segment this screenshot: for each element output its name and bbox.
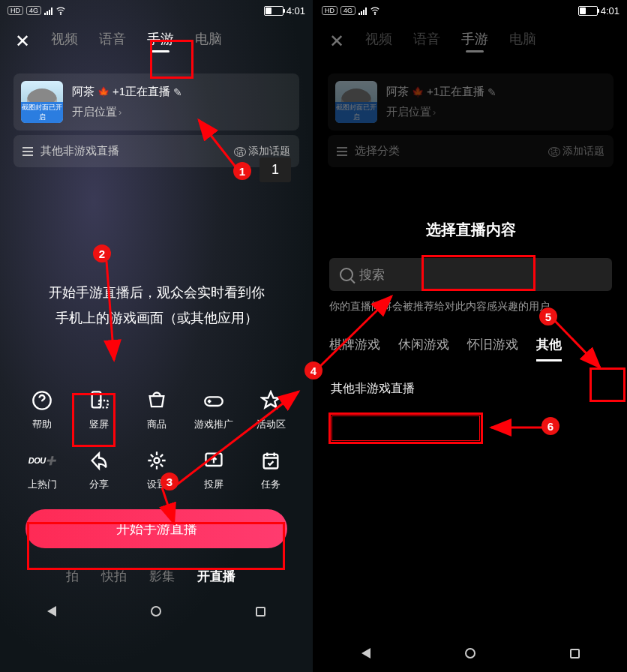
sheet-title: 选择直播内容 [314, 220, 627, 240]
clock: 4:01 [286, 5, 305, 16]
status-bar: HD 4G 4:01 [314, 0, 627, 21]
header: ✕ 视频 语音 手游 电脑 [314, 21, 627, 62]
tab-mobile-game[interactable]: 手游 [147, 30, 174, 52]
android-nav [0, 592, 313, 630]
search-icon [340, 268, 353, 281]
nav-back-icon[interactable] [362, 648, 370, 658]
start-live-button[interactable]: 开始手游直播 [26, 509, 287, 548]
close-icon[interactable]: ✕ [15, 31, 30, 52]
signal-icon [358, 6, 367, 15]
stream-title[interactable]: 阿茶🍁+1正在直播 ✎ [386, 85, 606, 99]
nav-home-icon[interactable] [465, 648, 476, 658]
signal-icon [44, 6, 52, 15]
cast-icon [202, 449, 225, 472]
tool-cast[interactable]: 投屏 [190, 449, 238, 491]
stream-info-card: 截图封面已开启 阿茶🍁+1正在直播 ✎ 开启位置› [14, 74, 299, 130]
screen-right: HD 4G 4:01 ✕ 视频 语音 手游 电脑 截图封面已开启 [314, 0, 627, 672]
nav-home-icon[interactable] [151, 606, 161, 616]
cat-retro[interactable]: 怀旧游戏 [467, 336, 518, 359]
android-nav [314, 634, 627, 672]
category-row[interactable]: 选择分类 话添加话题 [328, 135, 614, 167]
net-badge: 4G [26, 6, 41, 15]
tool-help[interactable]: 帮助 [18, 389, 66, 431]
tool-activity[interactable]: 活动区 [247, 389, 295, 431]
cat-other[interactable]: 其他 [536, 336, 562, 362]
btab-kuaipai[interactable]: 快拍 [101, 568, 127, 585]
help-icon [31, 389, 53, 412]
tool-shop[interactable]: 商品 [133, 389, 181, 431]
btab-suipai[interactable]: 拍 [66, 568, 79, 585]
tool-game-promo[interactable]: 游戏推广 [190, 389, 238, 431]
cat-casual[interactable]: 休闲游戏 [398, 336, 449, 359]
svg-rect-2 [92, 392, 101, 408]
tab-bar: 视频 语音 手游 电脑 [51, 30, 222, 52]
nav-recent-icon[interactable] [256, 607, 266, 616]
hint-text: 开始手游直播后，观众会实时看到你 手机上的游戏画面（或其他应用） [22, 280, 290, 331]
edit-icon[interactable]: ✎ [173, 86, 182, 98]
close-icon[interactable]: ✕ [329, 31, 344, 52]
open-location[interactable]: 开启位置› [386, 105, 606, 119]
category-row[interactable]: 其他非游戏直播 话添加话题 [14, 135, 299, 167]
cat-board[interactable]: 棋牌游戏 [329, 336, 380, 359]
tab-pc[interactable]: 电脑 [195, 30, 222, 52]
shop-icon [146, 389, 168, 412]
stream-title[interactable]: 阿茶🍁+1正在直播 ✎ [72, 85, 292, 99]
gamepad-icon [202, 389, 225, 412]
category-tabs: 棋牌游戏 休闲游戏 怀旧游戏 其他 [314, 336, 627, 362]
svg-rect-7 [264, 454, 278, 469]
tab-mobile-game[interactable]: 手游 [461, 30, 488, 52]
tool-tasks[interactable]: 任务 [247, 449, 295, 491]
other-non-game-link[interactable]: 其他非游戏直播 [331, 381, 415, 397]
battery-icon [578, 6, 598, 16]
avatar[interactable]: 截图封面已开启 [335, 81, 377, 123]
tab-video[interactable]: 视频 [51, 30, 78, 52]
tab-bar: 视频 语音 手游 电脑 [365, 30, 536, 52]
svg-point-8 [374, 14, 375, 14]
tool-hot[interactable]: DOU➕上热门 [18, 449, 66, 491]
add-topic[interactable]: 话添加话题 [548, 145, 604, 158]
maple-icon: 🍁 [98, 86, 110, 98]
btab-live[interactable]: 开直播 [197, 568, 236, 585]
tab-voice[interactable]: 语音 [413, 30, 440, 52]
bottom-tabs: 拍 快拍 影集 开直播 [0, 554, 313, 592]
btab-album[interactable]: 影集 [149, 568, 175, 585]
maple-icon: 🍁 [412, 86, 424, 98]
calendar-icon [260, 449, 282, 472]
dou-icon: DOU➕ [31, 449, 53, 472]
wifi-icon [56, 5, 66, 16]
category-label: 其他非游戏直播 [40, 144, 119, 158]
chevron-right-icon: › [433, 106, 436, 118]
chevron-right-icon: › [118, 106, 122, 118]
battery-icon [264, 6, 284, 16]
nav-recent-icon[interactable] [570, 649, 580, 658]
add-topic[interactable]: 话添加话题 [234, 145, 290, 158]
star-icon [260, 389, 282, 412]
nav-back-icon[interactable] [47, 606, 56, 616]
open-location[interactable]: 开启位置› [72, 105, 292, 119]
tool-orientation[interactable]: 竖屏 [75, 389, 123, 431]
avatar[interactable]: 截图封面已开启 [21, 81, 63, 123]
tab-pc[interactable]: 电脑 [509, 30, 536, 52]
tool-share[interactable]: 分享 [75, 449, 123, 491]
gear-icon [146, 449, 168, 472]
net-badge: 4G [340, 6, 356, 15]
tab-voice[interactable]: 语音 [99, 30, 126, 52]
list-icon [337, 147, 347, 156]
screen-left: HD 4G 4:01 ✕ 视频 语音 手游 电脑 截图封面已开启 [0, 0, 313, 672]
search-input[interactable]: 搜索 [329, 258, 612, 291]
edit-icon[interactable]: ✎ [488, 86, 496, 98]
hd-badge: HD [322, 6, 338, 15]
avatar-badge: 截图封面已开启 [335, 102, 377, 123]
hd-badge: HD [8, 6, 23, 15]
category-label: 选择分类 [355, 144, 400, 158]
header: ✕ 视频 语音 手游 电脑 [0, 21, 313, 62]
search-placeholder: 搜索 [359, 266, 385, 284]
tool-settings[interactable]: 设置 [133, 449, 181, 491]
tab-video[interactable]: 视频 [365, 30, 392, 52]
recommend-hint: 你的直播间将会被推荐给对此内容感兴趣的用户 [329, 300, 612, 314]
svg-point-5 [154, 458, 159, 464]
status-bar: HD 4G 4:01 [0, 0, 313, 21]
share-icon [88, 449, 110, 472]
wifi-icon [370, 5, 380, 16]
avatar-badge: 截图封面已开启 [21, 102, 63, 123]
